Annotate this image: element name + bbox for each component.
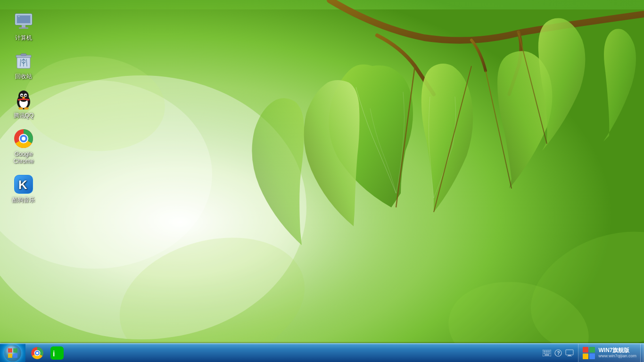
svg-point-31 <box>22 95 22 95</box>
recycle-bin-icon[interactable]: 回收站 <box>5 48 42 82</box>
qq-icon[interactable]: 腾讯QQ <box>5 87 42 121</box>
svg-line-21 <box>20 59 21 66</box>
taskbar-pinned-items: i <box>27 344 67 362</box>
svg-point-39 <box>22 137 25 140</box>
win7-subtitle: www.win7qijian.com <box>598 354 636 359</box>
win7-branding: WIN7旗舰版 www.win7qijian.com <box>578 344 640 362</box>
qq-icon-label: 腾讯QQ <box>14 112 34 119</box>
svg-rect-62 <box>545 354 549 355</box>
svg-point-50 <box>36 352 38 354</box>
kugou-icon-label: 酷狗音乐 <box>12 197 35 203</box>
recycle-bin-icon-image <box>13 50 34 71</box>
svg-rect-45 <box>8 354 12 358</box>
chrome-icon-image <box>13 128 34 149</box>
computer-icon-image <box>13 12 34 33</box>
svg-rect-66 <box>568 355 571 356</box>
kugou-icon[interactable]: K 酷狗音乐 <box>5 172 42 206</box>
svg-point-32 <box>25 95 26 95</box>
help-tray-icon[interactable]: ? <box>553 348 563 358</box>
system-tray: ? <box>538 344 644 362</box>
chrome-icon[interactable]: Google Chrome <box>5 126 42 167</box>
qq-icon-image <box>13 90 34 110</box>
svg-rect-59 <box>545 353 547 354</box>
svg-rect-69 <box>589 347 595 353</box>
computer-icon-label: 计算机 <box>15 34 32 41</box>
svg-rect-60 <box>547 353 549 354</box>
svg-text:K: K <box>18 178 27 192</box>
svg-rect-70 <box>583 354 588 359</box>
taskbar-iqiyi[interactable]: i <box>48 345 66 362</box>
svg-rect-55 <box>545 351 547 352</box>
svg-rect-16 <box>19 27 28 29</box>
chrome-desktop-icon-label: Google Chrome <box>7 151 40 165</box>
svg-rect-57 <box>549 351 550 352</box>
desktop: 计算机 <box>0 0 644 362</box>
computer-icon[interactable]: 计算机 <box>5 9 42 43</box>
svg-rect-68 <box>583 347 588 353</box>
svg-rect-20 <box>21 54 26 56</box>
svg-rect-56 <box>547 351 549 352</box>
svg-rect-46 <box>13 354 17 358</box>
svg-point-35 <box>24 107 29 109</box>
svg-rect-61 <box>549 353 550 354</box>
svg-rect-65 <box>566 350 573 355</box>
svg-rect-15 <box>22 25 25 27</box>
show-desktop-button[interactable] <box>640 344 644 362</box>
svg-text:i: i <box>53 350 55 358</box>
win7-text: WIN7旗舰版 www.win7qijian.com <box>598 347 636 359</box>
wallpaper-svg <box>0 0 644 362</box>
svg-rect-43 <box>8 348 12 353</box>
start-button[interactable] <box>0 344 25 362</box>
svg-point-33 <box>22 97 25 99</box>
svg-line-23 <box>26 59 27 66</box>
svg-rect-67 <box>567 356 572 356</box>
svg-rect-44 <box>13 348 17 353</box>
iqiyi-icon: i <box>50 346 64 360</box>
svg-rect-58 <box>544 353 545 354</box>
recycle-bin-icon-label: 回收站 <box>15 73 32 80</box>
taskbar: i <box>0 343 644 362</box>
taskbar-chrome[interactable] <box>28 345 47 362</box>
kugou-icon-image: K <box>13 174 34 195</box>
desktop-icons: 计算机 <box>5 9 42 206</box>
win7-title: WIN7旗舰版 <box>598 347 636 354</box>
svg-text:?: ? <box>557 351 560 356</box>
svg-rect-54 <box>544 351 545 352</box>
start-orb <box>4 345 21 362</box>
windows-flag-icon <box>582 346 595 360</box>
svg-point-34 <box>18 107 23 109</box>
screen-tray-icon[interactable] <box>565 348 574 358</box>
tray-icons: ? <box>538 348 578 358</box>
keyboard-tray-icon[interactable] <box>542 348 552 358</box>
svg-rect-71 <box>589 354 595 359</box>
